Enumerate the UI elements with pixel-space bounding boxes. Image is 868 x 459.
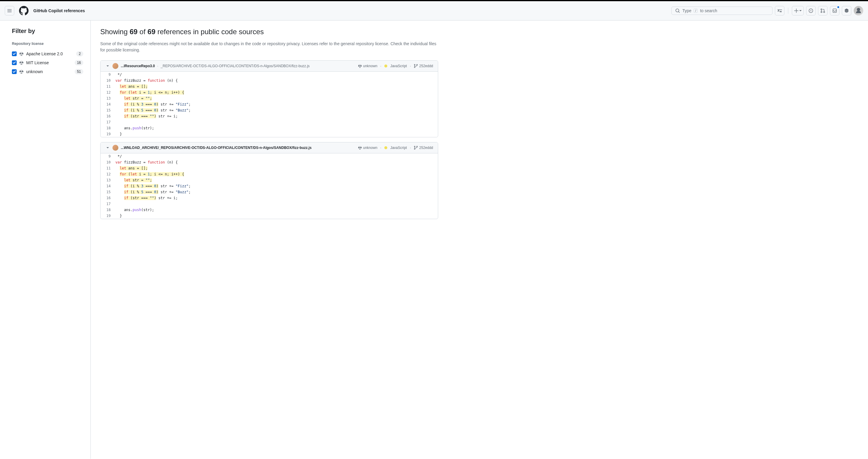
count-total: 69 [148,28,156,36]
search-icon [675,8,680,13]
svg-point-1 [811,10,811,11]
dot-separator: · [410,64,411,68]
code-content: } [116,213,127,219]
chevron-down-icon [105,64,110,68]
svg-point-10 [417,146,417,147]
line-number: 16 [100,195,116,201]
collapse-toggle[interactable] [105,64,110,68]
branch-badge[interactable]: 252eddd [414,146,433,150]
line-number: 13 [100,95,116,101]
code-content: } [116,131,127,137]
results-heading: Showing 69 of 69 references in public co… [100,28,438,36]
svg-point-6 [414,67,415,67]
line-number: 10 [100,159,116,165]
filter-group-title: Repository license [12,42,83,46]
user-avatar[interactable] [854,6,863,15]
git-branch-icon [414,146,418,150]
chevron-down-icon [105,145,110,150]
checkbox-checked[interactable] [12,52,17,56]
language-dot [384,146,387,149]
filter-count: 2 [76,51,83,57]
checkbox-checked[interactable] [12,60,17,65]
code-content [116,201,120,207]
code-content: for (let i = 1; i <= n; i++) { [116,90,189,95]
code-content: let ans = []; [116,84,152,90]
language-label: JavaScript [390,146,407,150]
line-number: 15 [100,107,116,113]
law-icon [19,69,24,74]
notifications-button[interactable] [830,6,839,15]
code-content: let str = ""; [116,95,157,101]
code-block[interactable]: 9 */ 10var fizzBuzz = function (n) { 11 … [100,72,438,137]
line-number: 11 [100,165,116,171]
search-input[interactable]: Type / to search [671,6,773,15]
filter-count: 16 [75,60,83,65]
main-content: Showing 69 of 69 references in public co… [91,21,448,459]
repo-link[interactable]: ...WNLOAD_ARCHIVE/_REPOS/ARCHIVE-OCT/DS-… [121,146,311,150]
line-number: 17 [100,201,116,207]
result-meta: unknown · JavaScript · 252eddd [358,64,433,68]
separator: · [157,64,158,68]
search-placeholder-post: to search [700,8,717,13]
line-number: 17 [100,119,116,125]
git-branch-icon [414,64,418,68]
code-content: ans.push(str); [116,207,159,213]
filter-item-apache[interactable]: Apache License 2.0 2 [12,50,83,58]
owner-avatar[interactable] [113,145,118,151]
result-card: ...lResourceRepo3.0 · _REPOS/ARCHIVE-OCT… [100,60,438,137]
avatar-icon [855,7,862,14]
filter-label: Apache License 2.0 [26,52,74,56]
branch-name: 252eddd [419,64,433,68]
law-icon [358,146,362,150]
code-content: if (str === "") str += i; [116,195,183,201]
pull-request-icon [820,8,825,13]
license-badge: unknown [358,146,377,150]
code-content: var fizzBuzz = function (n) { [116,159,183,165]
result-header: ...WNLOAD_ARCHIVE/_REPOS/ARCHIVE-OCT/DS-… [100,142,438,154]
results-description: Some of the original code references mig… [100,41,438,53]
checkbox-checked[interactable] [12,69,17,74]
owner-avatar[interactable] [113,63,118,69]
issue-icon [808,8,813,13]
command-palette-button[interactable] [775,6,784,15]
pull-requests-button[interactable] [818,6,828,15]
code-content: let str = ""; [116,177,157,183]
filter-label: unknown [26,69,72,74]
filter-item-unknown[interactable]: unknown 51 [12,67,83,76]
svg-point-5 [414,64,415,65]
notification-dot [837,6,840,9]
law-icon [19,52,24,56]
license-text: unknown [363,146,377,150]
nav-menu-button[interactable] [5,6,14,15]
repo-link[interactable]: ...lResourceRepo3.0 [121,64,155,68]
copilot-button[interactable] [842,6,851,15]
line-number: 18 [100,125,116,131]
count-shown: 69 [130,28,138,36]
license-text: unknown [363,64,377,68]
law-icon [19,60,24,65]
code-block[interactable]: 9 */ 10var fizzBuzz = function (n) { 11 … [100,154,438,219]
plus-icon [794,8,799,13]
create-new-button[interactable] [792,6,804,15]
hamburger-icon [7,8,12,13]
filter-item-mit[interactable]: MIT License 16 [12,58,83,67]
github-logo[interactable] [19,6,29,15]
line-number: 14 [100,183,116,189]
line-number: 19 [100,131,116,137]
line-number: 11 [100,84,116,90]
code-content: */ [116,154,127,159]
filter-count: 51 [75,69,83,74]
dot-separator: · [380,64,381,68]
code-content [116,119,120,125]
header-right: Type / to search [671,6,863,15]
svg-point-3 [821,11,822,13]
branch-badge[interactable]: 252eddd [414,64,433,68]
file-path-link[interactable]: _REPOS/ARCHIVE-OCT/DS-ALGO-OFFICIAL/CONT… [161,64,310,68]
code-content: if (str === "") str += i; [116,113,183,119]
filter-label: MIT License [26,60,72,65]
issues-button[interactable] [806,6,816,15]
line-number: 12 [100,90,116,95]
collapse-toggle[interactable] [105,145,110,150]
line-number: 9 [100,154,116,159]
line-number: 9 [100,72,116,77]
